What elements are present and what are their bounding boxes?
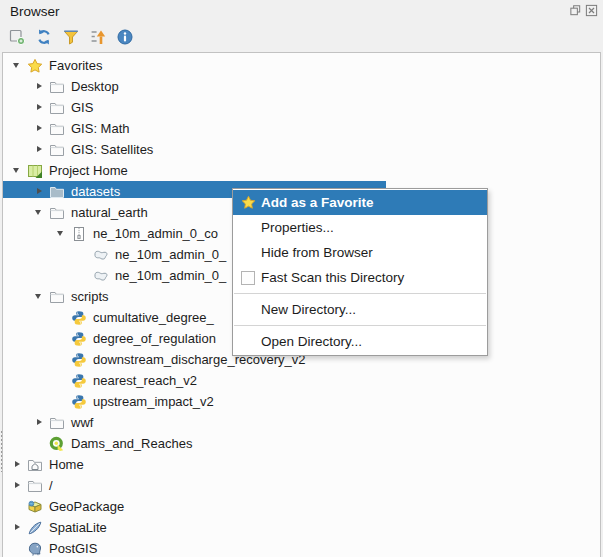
expander-arrow[interactable] bbox=[9, 475, 27, 496]
tree-item-favorites[interactable]: Favorites bbox=[3, 55, 601, 76]
folder-icon bbox=[49, 415, 65, 431]
tree-item-label: degree_of_regulation bbox=[93, 331, 216, 346]
expander-arrow[interactable] bbox=[31, 202, 49, 223]
expander-arrow[interactable] bbox=[31, 181, 49, 202]
expander-arrow[interactable] bbox=[31, 97, 49, 118]
expander-arrow[interactable] bbox=[9, 454, 27, 475]
folder-icon bbox=[49, 184, 65, 200]
expander-arrow[interactable] bbox=[53, 223, 71, 244]
float-panel-icon[interactable] bbox=[569, 4, 582, 17]
tree-item-gis-satellites[interactable]: GIS: Satellites bbox=[3, 139, 601, 160]
menu-separator bbox=[234, 293, 486, 294]
tree-item-wwf[interactable]: wwf bbox=[3, 412, 601, 433]
menu-item-label: Open Directory... bbox=[261, 334, 362, 349]
tree-item-label: GIS: Satellites bbox=[71, 142, 153, 157]
menu-item-properties[interactable]: Properties... bbox=[233, 215, 487, 240]
collapse-tree-icon bbox=[89, 28, 107, 46]
tree-item-dams-and-reaches[interactable]: Dams_and_Reaches bbox=[3, 433, 601, 454]
tree-item-label: Project Home bbox=[49, 163, 128, 178]
expander-spacer bbox=[53, 370, 71, 391]
expander-spacer bbox=[75, 244, 93, 265]
polygon-layer-icon bbox=[93, 268, 109, 284]
menu-item-hide-from-browser[interactable]: Hide from Browser bbox=[233, 240, 487, 265]
add-layer-button[interactable] bbox=[7, 27, 27, 47]
tree-item-postgis[interactable]: PostGIS bbox=[3, 538, 601, 557]
tree-item-label: upstream_impact_v2 bbox=[93, 394, 214, 409]
tree-item-label: SpatiaLite bbox=[49, 520, 107, 535]
expander-arrow[interactable] bbox=[31, 139, 49, 160]
context-menu: Add as a Favorite Properties... Hide fro… bbox=[232, 188, 488, 356]
tree-item-label: cumultative_degree_ bbox=[93, 310, 214, 325]
python-script-icon bbox=[71, 310, 87, 326]
folder-icon bbox=[49, 142, 65, 158]
polygon-layer-icon bbox=[93, 247, 109, 263]
collapse-all-button[interactable] bbox=[88, 27, 108, 47]
expander-arrow[interactable] bbox=[31, 412, 49, 433]
tree-item-label: GIS: Math bbox=[71, 121, 130, 136]
geopackage-icon bbox=[27, 499, 43, 515]
menu-item-new-directory[interactable]: New Directory... bbox=[233, 297, 487, 322]
tree-item-label: natural_earth bbox=[71, 205, 148, 220]
star-icon bbox=[241, 195, 256, 210]
expander-spacer bbox=[53, 328, 71, 349]
menu-item-open-directory[interactable]: Open Directory... bbox=[233, 329, 487, 354]
menu-item-label: New Directory... bbox=[261, 302, 356, 317]
python-script-icon bbox=[71, 331, 87, 347]
filter-icon bbox=[62, 28, 80, 46]
expander-arrow[interactable] bbox=[31, 286, 49, 307]
tree-item-upstream-impact[interactable]: upstream_impact_v2 bbox=[3, 391, 601, 412]
properties-widget-button[interactable] bbox=[115, 27, 135, 47]
tree-item-geopackage[interactable]: GeoPackage bbox=[3, 496, 601, 517]
tree-item-root[interactable]: / bbox=[3, 475, 601, 496]
fast-scan-checkbox[interactable] bbox=[241, 271, 255, 285]
expander-arrow[interactable] bbox=[9, 517, 27, 538]
folder-icon bbox=[49, 121, 65, 137]
expander-arrow[interactable] bbox=[31, 76, 49, 97]
browser-toolbar bbox=[7, 27, 135, 47]
menu-item-add-as-favorite[interactable]: Add as a Favorite bbox=[233, 190, 487, 215]
menu-item-label: Fast Scan this Directory bbox=[261, 270, 404, 285]
folder-icon bbox=[49, 100, 65, 116]
tree-item-label: ne_10m_admin_0_ bbox=[115, 247, 226, 262]
menu-item-label: Hide from Browser bbox=[261, 245, 373, 260]
tree-item-gis-math[interactable]: GIS: Math bbox=[3, 118, 601, 139]
tree-item-spatialite[interactable]: SpatiaLite bbox=[3, 517, 601, 538]
expander-arrow[interactable] bbox=[9, 55, 27, 76]
expander-spacer bbox=[53, 349, 71, 370]
dock-resize-handle[interactable] bbox=[0, 430, 3, 472]
menu-item-label: Add as a Favorite bbox=[261, 195, 374, 210]
project-home-icon bbox=[27, 163, 43, 179]
expander-arrow[interactable] bbox=[31, 118, 49, 139]
tree-item-label: scripts bbox=[71, 289, 109, 304]
tree-item-desktop[interactable]: Desktop bbox=[3, 76, 601, 97]
close-panel-icon[interactable] bbox=[585, 4, 598, 17]
expander-spacer bbox=[31, 433, 49, 454]
tree-item-label: wwf bbox=[71, 415, 93, 430]
folder-icon bbox=[49, 79, 65, 95]
menu-item-fast-scan-directory[interactable]: Fast Scan this Directory bbox=[233, 265, 487, 290]
tree-item-label: datasets bbox=[71, 184, 120, 199]
tree-item-nearest-reach[interactable]: nearest_reach_v2 bbox=[3, 370, 601, 391]
python-script-icon bbox=[71, 352, 87, 368]
refresh-icon bbox=[35, 28, 53, 46]
tree-item-label: Desktop bbox=[71, 79, 119, 94]
qgis-project-icon bbox=[49, 436, 65, 452]
tree-item-project-home[interactable]: Project Home bbox=[3, 160, 601, 181]
refresh-button[interactable] bbox=[34, 27, 54, 47]
tree-item-label: GeoPackage bbox=[49, 499, 124, 514]
home-folder-icon bbox=[27, 457, 43, 473]
info-icon bbox=[116, 28, 134, 46]
tree-item-gis[interactable]: GIS bbox=[3, 97, 601, 118]
menu-separator bbox=[234, 325, 486, 326]
expander-spacer bbox=[9, 496, 27, 517]
expander-arrow[interactable] bbox=[9, 160, 27, 181]
panel-title: Browser bbox=[10, 4, 60, 19]
tree-item-label: / bbox=[49, 478, 53, 493]
folder-icon bbox=[27, 478, 43, 494]
tree-item-label: nearest_reach_v2 bbox=[93, 373, 197, 388]
filter-button[interactable] bbox=[61, 27, 81, 47]
expander-spacer bbox=[9, 538, 27, 557]
tree-item-home[interactable]: Home bbox=[3, 454, 601, 475]
postgis-icon bbox=[27, 541, 43, 557]
expander-spacer bbox=[53, 391, 71, 412]
